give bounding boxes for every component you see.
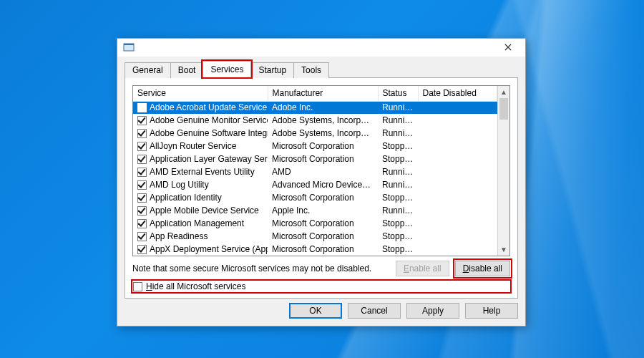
service-checkbox[interactable] [137,193,147,203]
ok-button[interactable]: OK [289,303,342,319]
service-status: Running [378,204,418,217]
table-row[interactable]: AMD External Events UtilityAMDRunning [133,165,497,178]
service-manufacturer: Microsoft Corporation [268,153,378,165]
service-checkbox[interactable] [137,180,147,190]
service-date-disabled [418,230,497,243]
scroll-down-icon[interactable]: ▼ [498,243,509,256]
close-button[interactable] [495,39,521,56]
apply-button[interactable]: Apply [406,303,459,319]
service-date-disabled [418,153,497,165]
service-name: Adobe Acrobat Update Service [150,102,267,112]
service-manufacturer: Microsoft Corporation [268,230,378,243]
service-name: Adobe Genuine Software Integri... [150,128,268,138]
service-status: Stopped [378,153,418,165]
service-checkbox[interactable] [137,245,147,254]
service-manufacturer: AMD [268,165,378,178]
table-row[interactable]: Adobe Genuine Monitor ServiceAdobe Syste… [133,114,497,127]
service-checkbox[interactable] [137,219,147,228]
service-name: Application Layer Gateway Service [150,154,268,164]
titlebar[interactable] [117,39,525,57]
service-status: Running [378,101,418,114]
service-checkbox[interactable] [137,232,147,241]
service-manufacturer: Adobe Systems, Incorpora... [268,127,378,140]
service-name: AMD External Events Utility [150,167,255,177]
disable-all-button[interactable]: Disable all [455,261,510,276]
service-checkbox[interactable] [137,129,147,138]
table-row[interactable]: AllJoyn Router ServiceMicrosoft Corporat… [133,140,497,153]
service-date-disabled [418,114,497,127]
service-name: App Readiness [150,231,208,241]
vertical-scrollbar[interactable]: ▲ ▼ [497,86,509,256]
column-headers[interactable]: Service Manufacturer Status Date Disable… [133,86,497,102]
tab-services[interactable]: Services [203,61,251,77]
service-checkbox[interactable] [137,168,147,177]
scroll-thumb[interactable] [499,98,508,120]
service-date-disabled [418,204,497,217]
service-checkbox[interactable] [137,116,147,125]
col-service[interactable]: Service [133,86,268,102]
col-date-disabled[interactable]: Date Disabled [418,86,497,102]
service-manufacturer: Adobe Systems, Incorpora... [268,114,378,127]
service-checkbox[interactable] [137,206,147,216]
service-date-disabled [418,191,497,204]
service-status: Running [378,178,418,191]
table-row[interactable]: Adobe Acrobat Update ServiceAdobe Inc.Ru… [133,101,497,114]
table-row[interactable]: AppX Deployment Service (AppX...Microsof… [133,243,497,256]
table-row[interactable]: Application Layer Gateway ServiceMicroso… [133,153,497,165]
service-manufacturer: Adobe Inc. [268,101,378,114]
services-panel: Service Manufacturer Status Date Disable… [125,77,518,299]
enable-all-button[interactable]: Enable all [396,261,449,276]
service-status: Stopped [378,217,418,230]
service-checkbox[interactable] [137,103,147,112]
help-button[interactable]: Help [465,303,518,319]
service-manufacturer: Microsoft Corporation [268,191,378,204]
table-row[interactable]: Apple Mobile Device ServiceApple Inc.Run… [133,204,497,217]
service-manufacturer: Microsoft Corporation [268,217,378,230]
hide-ms-label[interactable]: Hide all Microsoft services [146,281,245,291]
table-row[interactable]: Application ManagementMicrosoft Corporat… [133,217,497,230]
table-row[interactable]: Adobe Genuine Software Integri...Adobe S… [133,127,497,140]
service-status: Running [378,114,418,127]
service-date-disabled [418,178,497,191]
service-date-disabled [418,127,497,140]
table-row[interactable]: App ReadinessMicrosoft CorporationStoppe… [133,230,497,243]
service-name: AppX Deployment Service (AppX... [150,244,268,254]
service-date-disabled [418,243,497,256]
col-status[interactable]: Status [378,86,418,102]
service-manufacturer: Microsoft Corporation [268,243,378,256]
tab-general[interactable]: General [125,62,171,78]
service-status: Running [378,127,418,140]
service-status: Stopped [378,230,418,243]
scroll-up-icon[interactable]: ▲ [498,86,509,98]
hide-ms-checkbox-input[interactable] [133,282,142,291]
service-name: Application Identity [150,193,222,203]
col-manufacturer[interactable]: Manufacturer [268,86,378,102]
service-name: AMD Log Utility [150,180,209,190]
service-name: Application Management [150,218,244,228]
msconfig-dialog: General Boot Services Startup Tools Serv… [117,38,526,326]
service-checkbox[interactable] [137,155,147,164]
msconfig-icon [123,42,135,53]
hide-microsoft-services-checkbox[interactable]: Hide all Microsoft services [132,281,510,292]
table-row[interactable]: AMD Log UtilityAdvanced Micro Devices, I… [133,178,497,191]
cancel-button[interactable]: Cancel [348,303,401,319]
service-manufacturer: Apple Inc. [268,204,378,217]
service-date-disabled [418,165,497,178]
table-row[interactable]: Application IdentityMicrosoft Corporatio… [133,191,497,204]
secure-services-note: Note that some secure Microsoft services… [132,263,390,274]
service-status: Stopped [378,243,418,256]
dialog-buttons: OK Cancel Apply Help [117,303,525,326]
tab-startup[interactable]: Startup [250,62,294,78]
service-manufacturer: Advanced Micro Devices, I... [268,178,378,191]
service-checkbox[interactable] [137,142,147,151]
service-manufacturer: Microsoft Corporation [268,140,378,153]
service-date-disabled [418,140,497,153]
service-status: Stopped [378,140,418,153]
service-name: Adobe Genuine Monitor Service [150,115,268,125]
service-status: Running [378,165,418,178]
service-name: AllJoyn Router Service [150,141,236,151]
tab-boot[interactable]: Boot [170,62,204,78]
tab-tools[interactable]: Tools [293,62,329,78]
close-icon [504,42,512,53]
services-listview[interactable]: Service Manufacturer Status Date Disable… [132,85,510,257]
